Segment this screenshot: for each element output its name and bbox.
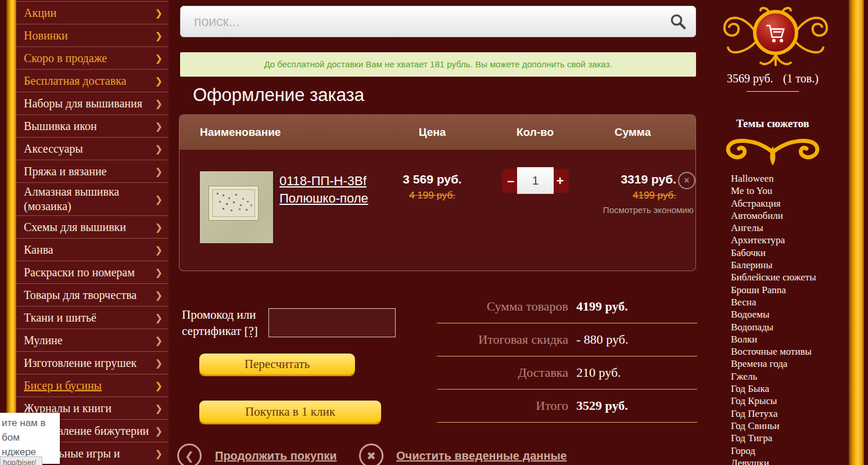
chevron-right-icon: ❯ xyxy=(152,53,163,64)
sum-cell: 3319 руб. 4199 руб. xyxy=(580,172,676,201)
promo-label: Промокод или сертификат [?] xyxy=(182,307,258,339)
sidebar-item[interactable]: Вышивка икон ❯ xyxy=(16,114,168,137)
themes-title: Темы сюжетов xyxy=(715,117,831,130)
theme-item[interactable]: Ангелы xyxy=(731,222,816,234)
cart-widget[interactable] xyxy=(718,5,834,72)
sidebar-item[interactable]: Скоро в продаже ❯ xyxy=(16,46,168,69)
product-thumbnail[interactable] xyxy=(200,171,273,243)
sidebar-item-label: Пряжа и вязание xyxy=(24,164,106,179)
quantity-increase-button[interactable]: + xyxy=(551,169,569,193)
theme-item[interactable]: Год Свиньи xyxy=(731,420,816,432)
remove-item-button[interactable]: × xyxy=(678,172,695,189)
theme-item[interactable]: Восточные мотивы xyxy=(731,345,816,358)
theme-item[interactable]: Весна xyxy=(731,296,816,308)
theme-item[interactable]: Год Крысы xyxy=(731,395,816,407)
sidebar-item-label: Акции xyxy=(24,6,56,20)
theme-item[interactable]: Год Тигра xyxy=(731,432,816,444)
sidebar-item[interactable]: Акции ❯ xyxy=(16,1,168,24)
sidebar-item[interactable]: Товары для творчества ❯ xyxy=(16,283,168,306)
column-header-price: Цена xyxy=(403,126,461,139)
cart-item-count: (1 тов.) xyxy=(783,72,819,85)
theme-item[interactable]: Архитектура xyxy=(731,234,816,246)
theme-item[interactable]: Автомобили xyxy=(731,210,816,222)
theme-item[interactable]: Гжель xyxy=(731,370,816,383)
view-savings-link[interactable]: Посмотреть экономию xyxy=(546,205,694,215)
order-table-header: Наименование Цена Кол-во Сумма xyxy=(180,115,695,150)
theme-item[interactable]: Времена года xyxy=(731,358,816,370)
tooltip-line: ите нам в xyxy=(2,416,58,430)
sidebar-item[interactable]: Аксессуары ❯ xyxy=(16,137,168,160)
promo-label-line1: Промокод или xyxy=(182,308,256,322)
theme-item[interactable]: Год Быка xyxy=(731,383,816,395)
tooltip-line: бом xyxy=(2,430,58,445)
sidebar-item-label: Схемы для вышивки xyxy=(24,220,126,235)
chevron-right-icon: ❯ xyxy=(152,403,163,414)
close-icon: × xyxy=(684,175,689,186)
sidebar-item[interactable]: Изготовление игрушек ❯ xyxy=(16,351,168,374)
sidebar-item-label: Товары для творчества xyxy=(24,288,137,302)
right-gold-border xyxy=(849,0,864,465)
product-thumbnail-frame xyxy=(209,186,258,220)
totals-value: 3529 руб. xyxy=(576,398,697,413)
x-icon: ✖ xyxy=(367,449,376,462)
quantity-stepper: – + xyxy=(502,167,569,194)
product-link[interactable]: 0118-ПП-Н-3Bf Полюшко-поле xyxy=(279,172,368,207)
free-shipping-banner: До бесплатной доставки Вам не хватает 18… xyxy=(180,52,696,77)
continue-shopping-button[interactable]: ❮ xyxy=(177,444,202,465)
price-cell: 3 569 руб. 4 199 руб. xyxy=(386,172,479,201)
chevron-right-icon: ❯ xyxy=(152,166,163,177)
sidebar-item[interactable]: Наборы для вышивания ❯ xyxy=(16,92,168,114)
theme-item[interactable]: Год Петуха xyxy=(731,408,816,420)
theme-item[interactable]: Бабочки xyxy=(731,247,816,259)
promo-help-link[interactable]: [?] xyxy=(244,324,257,338)
totals-value: 4199 руб. xyxy=(576,299,697,314)
chevron-right-icon: ❯ xyxy=(152,194,163,205)
sidebar-item[interactable]: Новинки ❯ xyxy=(16,24,168,46)
sidebar-item-label: Аксессуары xyxy=(24,142,83,156)
sidebar-item[interactable]: Мулине ❯ xyxy=(16,329,168,351)
sidebar-item[interactable]: Бесплатная доставка ❯ xyxy=(16,69,168,92)
chevron-left-icon: ❮ xyxy=(185,449,194,462)
one-click-purchase-button[interactable]: Покупка в 1 клик xyxy=(199,401,381,423)
theme-item[interactable]: Девушки xyxy=(731,457,816,465)
totals-row: Доставка 210 руб. xyxy=(437,356,697,390)
clear-data-button[interactable]: ✖ xyxy=(359,444,383,465)
chevron-right-icon: ❯ xyxy=(152,380,163,391)
column-header-name: Наименование xyxy=(200,126,281,139)
theme-item[interactable]: Halloween xyxy=(731,172,816,185)
promo-code-input[interactable] xyxy=(268,308,396,337)
promo-label-line2: сертификат xyxy=(182,324,241,338)
recalculate-button[interactable]: Пересчитать xyxy=(199,354,355,374)
sidebar-item[interactable]: Канва ❯ xyxy=(16,238,168,261)
sidebar-item[interactable]: Ткани и шитьё ❯ xyxy=(16,306,168,329)
sidebar-item[interactable]: Схемы для вышивки ❯ xyxy=(16,215,168,238)
chevron-right-icon: ❯ xyxy=(152,335,163,346)
theme-item[interactable]: Водопады xyxy=(731,321,816,333)
sidebar-item[interactable]: Пряжа и вязание ❯ xyxy=(16,160,168,182)
theme-item[interactable]: Волки xyxy=(731,333,816,345)
continue-shopping-link[interactable]: Продолжить покупки xyxy=(215,449,337,463)
chevron-right-icon: ❯ xyxy=(152,290,163,301)
sidebar-item[interactable]: Раскраски по номерам ❯ xyxy=(16,261,168,283)
theme-item[interactable]: Библейские сюжеты xyxy=(731,271,816,283)
page-title: Оформление заказа xyxy=(193,85,364,106)
cart-summary[interactable]: 3569 руб. (1 тов.) xyxy=(715,72,831,85)
theme-item[interactable]: Город xyxy=(731,445,816,457)
totals-value: 210 руб. xyxy=(576,365,697,380)
sidebar-item[interactable]: Бисер и бусины ❯ xyxy=(16,374,168,396)
product-sku: 0118-ПП-Н-3Bf xyxy=(279,174,367,188)
link-status-bar: hop/biser/ xyxy=(0,456,42,465)
search-input[interactable] xyxy=(180,6,696,37)
theme-item[interactable]: Водоемы xyxy=(731,308,816,320)
theme-item[interactable]: Me to You xyxy=(731,185,816,197)
chevron-right-icon: ❯ xyxy=(152,448,163,459)
theme-item[interactable]: Броши Panna xyxy=(731,284,816,296)
price-current: 3 569 руб. xyxy=(386,172,479,186)
sidebar-item[interactable]: Алмазная вышивка (мозаика) ❯ xyxy=(16,182,168,215)
quantity-input[interactable] xyxy=(517,167,554,194)
totals-label: Итого xyxy=(437,398,568,413)
search-icon[interactable] xyxy=(669,13,687,33)
clear-data-link[interactable]: Очистить введенные данные xyxy=(396,449,567,463)
theme-item[interactable]: Абстракция xyxy=(731,197,816,210)
theme-item[interactable]: Балерины xyxy=(731,259,816,271)
